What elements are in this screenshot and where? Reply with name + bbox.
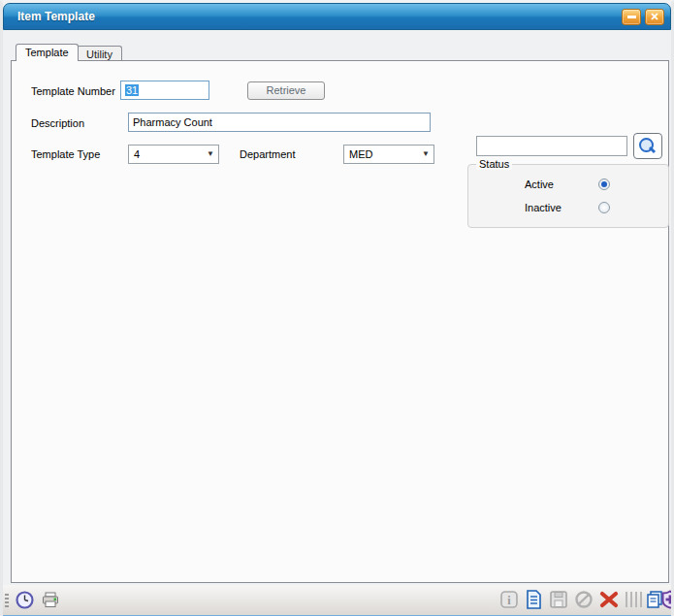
close-button[interactable]: ✕	[645, 9, 664, 25]
active-radio-label: Active	[525, 178, 554, 190]
print-button[interactable]	[42, 592, 61, 611]
new-document-button[interactable]	[524, 590, 543, 609]
bottom-toolbar: i	[3, 585, 671, 615]
tab-template[interactable]: Template	[16, 44, 79, 61]
info-button[interactable]: i	[499, 590, 519, 609]
add-button[interactable]	[660, 590, 674, 609]
window-title: Item Template	[17, 10, 95, 23]
save-button[interactable]	[549, 590, 568, 609]
delete-button[interactable]	[598, 590, 618, 609]
search-icon	[639, 138, 657, 155]
search-input[interactable]	[476, 136, 627, 156]
department-value: MED	[349, 148, 372, 160]
department-label: Department	[240, 148, 295, 160]
status-label: Status	[476, 158, 512, 170]
toolbar-separator	[626, 592, 643, 607]
tab-utility[interactable]: Utility	[77, 46, 122, 60]
status-groupbox: Status Active Inactive	[467, 164, 669, 228]
toolbar-grip[interactable]	[5, 594, 9, 609]
template-type-value: 4	[134, 148, 140, 160]
template-type-dropdown[interactable]: 4 ▼	[128, 145, 219, 164]
clock-icon[interactable]	[16, 591, 35, 610]
search-button[interactable]	[633, 133, 662, 159]
template-number-label: Template Number	[31, 85, 115, 97]
inactive-radio-label: Inactive	[525, 202, 562, 213]
department-dropdown[interactable]: MED ▼	[343, 145, 434, 164]
template-number-input[interactable]: 31	[120, 81, 209, 100]
close-icon: ✕	[650, 11, 658, 22]
minimize-button[interactable]	[622, 9, 641, 25]
cancel-button[interactable]	[574, 590, 594, 609]
retrieve-button[interactable]: Retrieve	[247, 81, 325, 100]
template-tab-panel: Template Number 31 Retrieve Description …	[11, 60, 669, 583]
chevron-down-icon: ▼	[207, 149, 214, 158]
inactive-radio[interactable]	[598, 202, 610, 213]
description-label: Description	[31, 117, 84, 129]
minimize-icon	[627, 16, 636, 18]
template-type-label: Template Type	[31, 148, 100, 160]
description-input[interactable]: Pharmacy Count	[128, 113, 431, 132]
chevron-down-icon: ▼	[422, 149, 430, 158]
titlebar: Item Template ✕	[3, 3, 671, 30]
active-radio[interactable]	[598, 178, 610, 190]
item-template-window: Item Template ✕ Template Utility Templat…	[0, 0, 674, 616]
template-number-value: 31	[125, 84, 139, 96]
